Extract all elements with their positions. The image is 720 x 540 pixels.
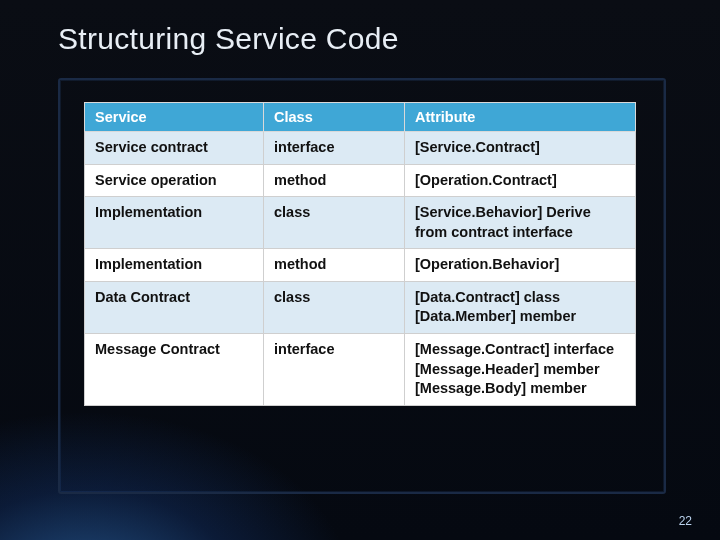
cell-class: method: [264, 249, 405, 282]
cell-attribute: [Operation.Behavior]: [405, 249, 636, 282]
slide: Structuring Service Code Service Class A…: [0, 0, 720, 540]
cell-attribute: [Data.Contract] class [Data.Member] memb…: [405, 281, 636, 333]
cell-class: interface: [264, 132, 405, 165]
cell-service: Service operation: [85, 164, 264, 197]
col-header-service: Service: [85, 103, 264, 132]
cell-service: Implementation: [85, 249, 264, 282]
table-row: Service contract interface [Service.Cont…: [85, 132, 636, 165]
cell-class: class: [264, 281, 405, 333]
cell-class: interface: [264, 333, 405, 405]
col-header-attribute: Attribute: [405, 103, 636, 132]
service-table: Service Class Attribute Service contract…: [84, 102, 636, 406]
table-row: Message Contract interface [Message.Cont…: [85, 333, 636, 405]
cell-service: Message Contract: [85, 333, 264, 405]
cell-service: Service contract: [85, 132, 264, 165]
page-number: 22: [679, 514, 692, 528]
cell-class: class: [264, 197, 405, 249]
cell-class: method: [264, 164, 405, 197]
page-title: Structuring Service Code: [0, 0, 720, 56]
table-row: Service operation method [Operation.Cont…: [85, 164, 636, 197]
cell-service: Implementation: [85, 197, 264, 249]
col-header-class: Class: [264, 103, 405, 132]
cell-service: Data Contract: [85, 281, 264, 333]
table-row: Implementation class [Service.Behavior] …: [85, 197, 636, 249]
table-header-row: Service Class Attribute: [85, 103, 636, 132]
cell-attribute: [Service.Contract]: [405, 132, 636, 165]
cell-attribute: [Message.Contract] interface [Message.He…: [405, 333, 636, 405]
cell-attribute: [Service.Behavior] Derive from contract …: [405, 197, 636, 249]
table-row: Data Contract class [Data.Contract] clas…: [85, 281, 636, 333]
table-row: Implementation method [Operation.Behavio…: [85, 249, 636, 282]
cell-attribute: [Operation.Contract]: [405, 164, 636, 197]
